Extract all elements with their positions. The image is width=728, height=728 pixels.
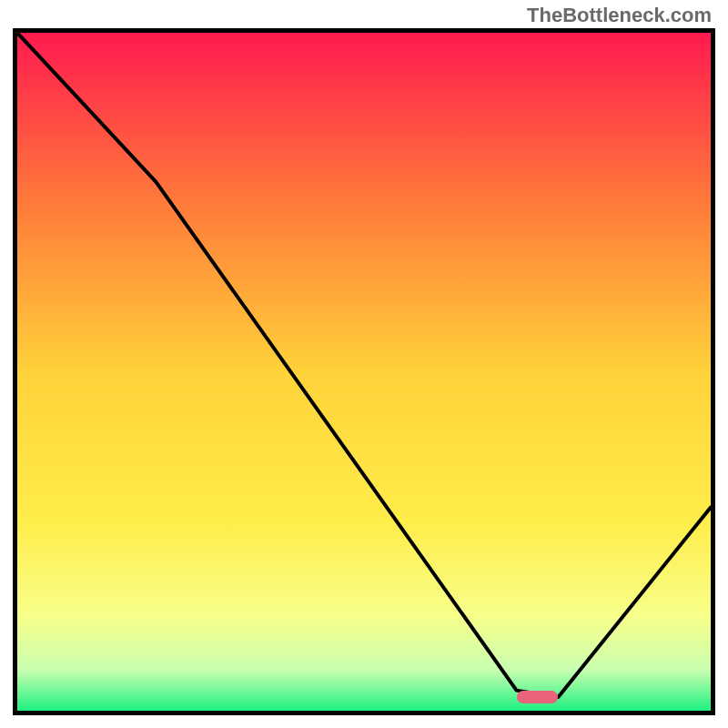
chart-frame [13,28,715,715]
optimal-marker [517,691,559,703]
line-curve [17,33,711,711]
watermark-text: TheBottleneck.com [527,4,712,27]
plot-area [17,33,711,711]
